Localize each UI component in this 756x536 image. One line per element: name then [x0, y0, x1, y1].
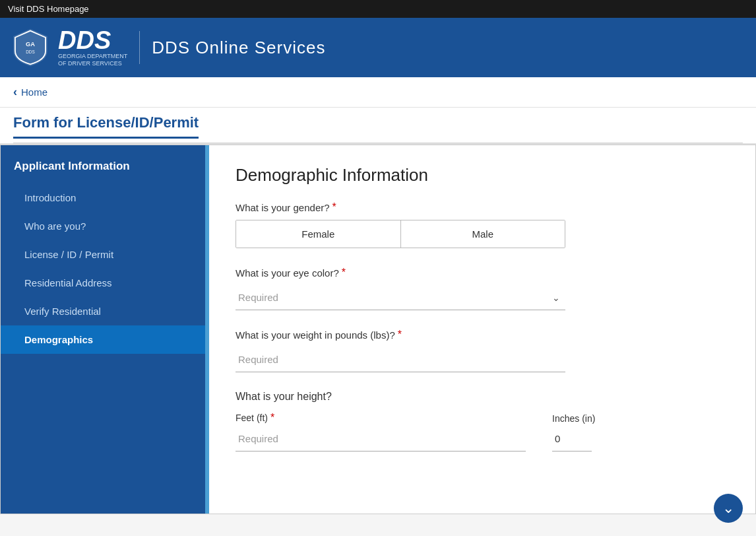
height-feet-field: Feet (ft) *: [236, 412, 526, 452]
weight-input[interactable]: [236, 347, 565, 372]
weight-required-star: *: [398, 329, 402, 341]
eye-color-required-star: *: [342, 267, 346, 279]
height-inches-value: 0: [552, 426, 592, 452]
sidebar-item-introduction-label: Introduction: [24, 192, 76, 203]
sidebar-item-demographics[interactable]: Demographics: [1, 325, 205, 354]
breadcrumb-back-icon[interactable]: ‹: [13, 85, 17, 99]
scroll-down-button-wrap: ⌄: [714, 494, 743, 523]
sidebar-item-verify-residential-label: Verify Residential: [24, 306, 101, 317]
sidebar-item-who-are-you[interactable]: Who are you?: [1, 212, 205, 240]
height-label: What is your height?: [236, 391, 729, 403]
sidebar: Applicant Information Introduction Who a…: [1, 145, 205, 514]
page-title-section: Form for License/ID/Permit: [0, 108, 756, 145]
dds-shield-icon: GA DDS: [11, 28, 50, 67]
logo-dds-label: DDS: [58, 28, 111, 53]
top-bar-link[interactable]: Visit DDS Homepage: [0, 0, 756, 18]
logo-text: DDS Georgia Department Of Driver Service…: [58, 28, 127, 67]
header: GA DDS DDS Georgia Department Of Driver …: [0, 18, 756, 77]
sidebar-section-title: Applicant Information: [1, 145, 205, 184]
sidebar-item-license-id-permit[interactable]: License / ID / Permit: [1, 240, 205, 269]
logo-area: GA DDS DDS Georgia Department Of Driver …: [11, 28, 127, 67]
gender-required-star: *: [332, 201, 336, 213]
height-fields: Feet (ft) * Inches (in) 0: [236, 412, 729, 452]
height-feet-required-star: *: [270, 412, 274, 424]
breadcrumb: ‹ Home: [0, 77, 756, 108]
height-inches-field: Inches (in) 0: [552, 413, 595, 452]
gender-field-group: What is your gender? * Female Male: [236, 201, 729, 248]
logo-subtitle-1: Georgia Department: [58, 53, 127, 60]
sidebar-item-demographics-label: Demographics: [24, 334, 93, 345]
gender-male-button[interactable]: Male: [401, 220, 565, 248]
main-layout: Applicant Information Introduction Who a…: [0, 145, 756, 514]
eye-color-dropdown-wrapper: Required Blue Brown Green Gray Hazel Oth…: [236, 285, 565, 310]
gender-female-button[interactable]: Female: [236, 220, 401, 248]
height-feet-sub-label: Feet (ft) *: [236, 412, 526, 424]
weight-field-group: What is your weight in pounds (lbs)? *: [236, 329, 729, 372]
svg-text:GA: GA: [26, 41, 35, 48]
gender-toggle: Female Male: [236, 220, 565, 248]
form-title: Demographic Information: [236, 165, 729, 185]
sidebar-item-residential-address[interactable]: Residential Address: [1, 269, 205, 297]
height-feet-input[interactable]: [236, 426, 526, 451]
sidebar-item-verify-residential[interactable]: Verify Residential: [1, 297, 205, 325]
header-title: DDS Online Services: [152, 38, 325, 58]
sidebar-item-residential-address-label: Residential Address: [24, 277, 112, 288]
scroll-down-button[interactable]: ⌄: [714, 494, 743, 523]
gender-label: What is your gender? *: [236, 201, 729, 213]
eye-color-field-group: What is your eye color? * Required Blue …: [236, 267, 729, 310]
logo-subtitle-2: Of Driver Services: [58, 60, 122, 67]
eye-color-label: What is your eye color? *: [236, 267, 729, 279]
title-underline: [13, 139, 743, 143]
svg-text:DDS: DDS: [26, 50, 35, 54]
weight-label: What is your weight in pounds (lbs)? *: [236, 329, 729, 341]
sidebar-item-license-id-permit-label: License / ID / Permit: [24, 249, 113, 260]
eye-color-select[interactable]: Required Blue Brown Green Gray Hazel Oth…: [236, 285, 565, 310]
height-inches-label: Inches (in): [552, 413, 595, 424]
height-feet-input-wrap: [236, 426, 526, 452]
breadcrumb-home-link[interactable]: Home: [21, 86, 47, 98]
header-divider: [139, 31, 140, 64]
page-title: Form for License/ID/Permit: [13, 114, 199, 139]
sidebar-item-who-are-you-label: Who are you?: [24, 220, 86, 232]
sidebar-item-introduction[interactable]: Introduction: [1, 184, 205, 212]
content-area: Demographic Information What is your gen…: [209, 145, 755, 514]
height-field-group: What is your height? Feet (ft) * Inches …: [236, 391, 729, 452]
weight-input-wrapper: [236, 347, 565, 372]
